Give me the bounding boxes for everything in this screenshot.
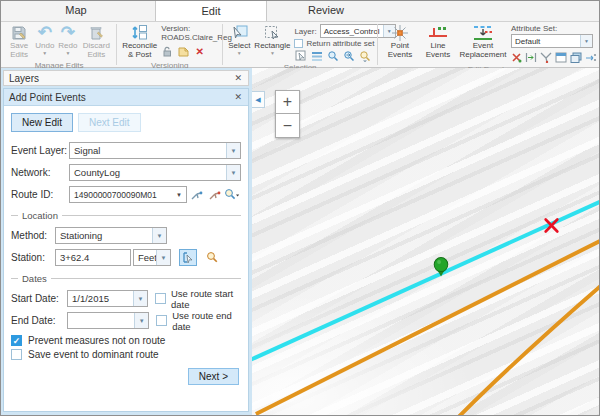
rectangle-select-button[interactable]: Rectangle ▼ (252, 23, 292, 56)
discard-edits-button[interactable]: Discard Edits (79, 23, 113, 61)
prevent-measures-checkbox[interactable]: ✓ (11, 335, 22, 346)
unlock-icon[interactable] (161, 45, 174, 58)
event-layer-select[interactable]: Signal ▼ (69, 142, 241, 159)
save-dominant-route-checkbox[interactable] (11, 349, 22, 360)
zoom-out-button[interactable]: − (275, 114, 300, 138)
zoom-in-button[interactable]: + (275, 90, 300, 114)
line-events-button[interactable]: Line Events (419, 23, 457, 61)
version-label: Version: (161, 24, 217, 33)
use-route-start-date-label: Use route start date (171, 288, 241, 310)
event-options-icon[interactable] (585, 51, 597, 64)
ribbon-separator (377, 24, 378, 65)
method-select[interactable]: Stationing ▼ (55, 227, 167, 244)
version-value: ROADS.Claire_Reg (161, 33, 217, 42)
panel-collapse-button[interactable]: ◀ (252, 91, 265, 108)
return-attribute-checkbox[interactable] (294, 39, 303, 48)
end-date-combo[interactable]: ▼ (67, 312, 149, 329)
offset-event-icon[interactable] (525, 51, 537, 64)
check-icon: ✓ (13, 336, 21, 346)
pick-route-icon[interactable] (187, 186, 205, 203)
pick-station-button[interactable] (179, 249, 197, 266)
close-icon[interactable]: ✕ (233, 73, 243, 83)
pick-route-from-map-icon[interactable] (205, 186, 223, 203)
save-edits-button[interactable]: Save Edits (5, 23, 33, 61)
flash-selected-icon[interactable] (358, 49, 371, 62)
ribbon-tabbar: Map Edit Review (1, 1, 599, 22)
undo-icon: ↶ (38, 24, 52, 41)
station-unit-select[interactable]: Feet ▼ (133, 249, 171, 266)
event-layer-value: Signal (70, 145, 226, 156)
add-point-events-title: Add Point Events (9, 92, 233, 103)
layers-panel-title: Layers (9, 73, 233, 84)
attribute-list-icon[interactable] (310, 49, 323, 62)
network-value: CountyLog (70, 167, 226, 178)
end-date-label: End Date: (11, 315, 67, 326)
attribute-set-select[interactable]: Default ▼ (511, 34, 593, 48)
close-icon[interactable]: ✕ (233, 92, 243, 102)
layer-select-value: Access_Control (321, 27, 383, 36)
delete-version-icon[interactable]: ✕ (193, 45, 206, 58)
use-route-start-date-checkbox[interactable] (155, 293, 166, 304)
redo-button[interactable]: ↷ Redo ▼ (56, 23, 79, 56)
chevron-down-icon: ▼ (133, 291, 147, 306)
tab-review[interactable]: Review (289, 0, 363, 21)
station-unit-value: Feet (134, 252, 156, 263)
dates-section: Dates (11, 273, 241, 284)
tab-map[interactable]: Map (41, 0, 111, 21)
select-features-icon[interactable] (294, 49, 307, 62)
reconcile-post-label: Reconcile & Post (122, 42, 157, 60)
next-edit-button[interactable]: Next Edit (78, 113, 141, 132)
route-highlight-line[interactable] (252, 201, 599, 360)
zoom-to-route-icon[interactable] (223, 186, 241, 203)
tab-edit[interactable]: Edit (155, 0, 267, 21)
select-button[interactable]: Select ▼ (226, 23, 252, 56)
new-edit-button[interactable]: New Edit (11, 113, 73, 132)
select-cursor-icon (231, 24, 248, 41)
chevron-down-icon: ▼ (134, 313, 148, 328)
method-value: Stationing (56, 230, 152, 241)
return-attribute-label: Return attribute set (306, 39, 374, 48)
stacked-windows-icon[interactable] (570, 51, 582, 64)
event-replacement-button[interactable]: Event Replacement (457, 23, 509, 61)
chevron-down-icon: ▼ (172, 192, 186, 198)
delete-event-icon[interactable] (511, 51, 522, 64)
map-view[interactable]: ◀ + − (252, 68, 599, 415)
chevron-down-icon: ▼ (226, 165, 240, 180)
map-zoom-control: + − (275, 90, 300, 138)
point-events-icon (391, 24, 409, 41)
app-window: Map Edit Review Save Edits ↶ Undo (0, 0, 600, 416)
save-dominant-route-label: Save event to dominant route (28, 349, 159, 360)
attribute-set-label: Attribute Set: (511, 24, 593, 33)
attribute-set-value: Default (512, 37, 580, 46)
event-layer-label: Event Layer: (11, 145, 69, 156)
zoom-to-station-icon[interactable] (203, 249, 221, 266)
line-events-icon (428, 24, 448, 41)
point-events-button[interactable]: Point Events (381, 23, 419, 61)
start-date-label: Start Date: (11, 293, 67, 304)
add-point-events-header[interactable]: Add Point Events ✕ (4, 89, 248, 106)
network-select[interactable]: CountyLog ▼ (69, 164, 241, 181)
route-id-combo[interactable]: 14900000700090M01 ▼ (69, 186, 187, 203)
ribbon-separator (116, 24, 117, 65)
layers-panel-header[interactable]: Layers ✕ (3, 70, 249, 86)
next-button[interactable]: Next > (188, 368, 239, 385)
attributes-window-icon[interactable] (555, 51, 567, 64)
trash-icon (89, 24, 104, 41)
group-versioning: Reconcile & Post Version: ROADS.Claire_R… (118, 22, 221, 67)
prevent-measures-label: Prevent measures not on route (28, 335, 165, 346)
chevron-down-icon: ▼ (65, 51, 70, 55)
new-version-icon[interactable] (177, 45, 190, 58)
zoom-next-selected-icon[interactable] (342, 49, 355, 62)
undo-button[interactable]: ↶ Undo ▼ (33, 23, 56, 56)
use-route-end-date-checkbox[interactable] (156, 315, 167, 326)
group-manage-edits: Save Edits ↶ Undo ▼ ↷ Redo ▼ (3, 22, 115, 67)
ribbon: Map Edit Review Save Edits ↶ Undo (1, 1, 599, 68)
station-input[interactable] (55, 249, 131, 266)
zoom-to-selected-icon[interactable] (326, 49, 339, 62)
reconcile-icon (131, 24, 149, 41)
ribbon-separator (222, 24, 223, 65)
reconcile-post-button[interactable]: Reconcile & Post (120, 23, 159, 61)
start-date-combo[interactable]: 1/1/2015 ▼ (67, 290, 148, 307)
map-features (252, 68, 599, 415)
split-event-icon[interactable] (540, 51, 552, 64)
